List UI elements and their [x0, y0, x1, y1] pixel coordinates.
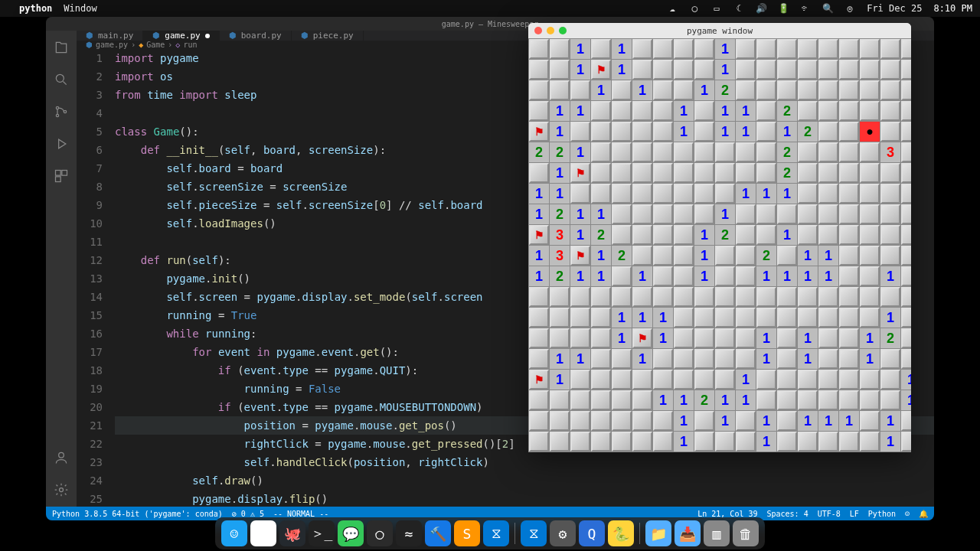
cell[interactable]: [880, 225, 900, 245]
cell[interactable]: [653, 349, 673, 369]
cell[interactable]: [591, 370, 611, 390]
cell[interactable]: [798, 432, 818, 452]
tab-piece-py[interactable]: ⬢piece.py: [292, 31, 364, 41]
cell[interactable]: [818, 39, 838, 59]
cell[interactable]: [570, 411, 590, 431]
cell[interactable]: [798, 163, 818, 183]
cell[interactable]: 1: [591, 246, 611, 266]
cell[interactable]: 1: [736, 370, 756, 390]
cell[interactable]: [674, 184, 694, 204]
cell[interactable]: [550, 390, 570, 410]
cell[interactable]: [612, 287, 632, 307]
cell[interactable]: [798, 390, 818, 410]
cell[interactable]: [818, 390, 838, 410]
cell[interactable]: [860, 163, 880, 183]
cell[interactable]: [901, 308, 911, 328]
cell[interactable]: [839, 122, 859, 142]
cell[interactable]: [612, 411, 632, 431]
status-python[interactable]: Python 3.8.5 64-bit ('pygame': conda): [52, 510, 223, 518]
cell[interactable]: [880, 390, 900, 410]
cell[interactable]: [756, 39, 776, 59]
cell[interactable]: [818, 370, 838, 390]
cell[interactable]: [736, 163, 756, 183]
cell[interactable]: [694, 432, 714, 452]
cell[interactable]: [860, 204, 880, 224]
cell[interactable]: 1: [570, 349, 590, 369]
cell[interactable]: [777, 39, 797, 59]
cell[interactable]: [591, 432, 611, 452]
cell[interactable]: [860, 287, 880, 307]
cell[interactable]: 1: [570, 101, 590, 121]
screen-icon[interactable]: ▭: [711, 3, 722, 14]
cell[interactable]: [550, 308, 570, 328]
cell[interactable]: 1: [591, 80, 611, 100]
cell[interactable]: [839, 225, 859, 245]
dock-xcode[interactable]: 🔨: [425, 520, 451, 546]
cell[interactable]: [839, 349, 859, 369]
cell[interactable]: [736, 225, 756, 245]
cell[interactable]: 1: [715, 204, 735, 224]
cell[interactable]: [756, 60, 776, 80]
cell[interactable]: [529, 225, 549, 245]
cell[interactable]: 1: [529, 184, 549, 204]
cell[interactable]: 2: [529, 142, 549, 162]
cell[interactable]: [694, 163, 714, 183]
minesweeper-board[interactable]: 1111111112111112111112221231211111121113…: [528, 38, 911, 452]
cell[interactable]: 1: [694, 246, 714, 266]
cell[interactable]: 1: [570, 266, 590, 286]
cell[interactable]: [612, 204, 632, 224]
cell[interactable]: [901, 432, 911, 452]
cell[interactable]: 3: [550, 246, 570, 266]
cell[interactable]: [632, 101, 652, 121]
minimize-icon[interactable]: [547, 27, 554, 34]
cell[interactable]: 1: [612, 308, 632, 328]
dock-trash[interactable]: 🗑: [733, 520, 759, 546]
cell[interactable]: [798, 225, 818, 245]
cell[interactable]: [612, 101, 632, 121]
cell[interactable]: [818, 432, 838, 452]
cell[interactable]: [880, 60, 900, 80]
cell[interactable]: [756, 163, 776, 183]
explorer-icon[interactable]: [52, 38, 70, 57]
cell[interactable]: [777, 370, 797, 390]
cell[interactable]: [798, 39, 818, 59]
cell[interactable]: [901, 80, 911, 100]
cell[interactable]: [715, 266, 735, 286]
cell[interactable]: [694, 328, 714, 348]
cell[interactable]: [860, 101, 880, 121]
cell[interactable]: [612, 225, 632, 245]
cell[interactable]: [736, 246, 756, 266]
cell[interactable]: [860, 432, 880, 452]
cell[interactable]: [612, 432, 632, 452]
cell[interactable]: [839, 246, 859, 266]
cell[interactable]: 1: [529, 266, 549, 286]
cell[interactable]: [529, 163, 549, 183]
cell[interactable]: [632, 39, 652, 59]
cell[interactable]: 1: [818, 246, 838, 266]
cell[interactable]: 1: [715, 122, 735, 142]
cell[interactable]: [570, 370, 590, 390]
moon-icon[interactable]: ☾: [733, 3, 744, 14]
cell[interactable]: 2: [715, 225, 735, 245]
app-name[interactable]: python: [19, 3, 52, 14]
cell[interactable]: 1: [591, 204, 611, 224]
status-feedback-icon[interactable]: ☺: [905, 510, 910, 518]
cell[interactable]: [860, 39, 880, 59]
cell[interactable]: 2: [612, 246, 632, 266]
cell[interactable]: [529, 308, 549, 328]
cell[interactable]: [570, 390, 590, 410]
cell[interactable]: [612, 349, 632, 369]
cell[interactable]: [694, 370, 714, 390]
cell[interactable]: [818, 308, 838, 328]
cell[interactable]: [736, 142, 756, 162]
cell[interactable]: [818, 60, 838, 80]
cell[interactable]: [777, 390, 797, 410]
cell[interactable]: [570, 432, 590, 452]
cell[interactable]: [694, 411, 714, 431]
cell[interactable]: 1: [612, 328, 632, 348]
cell[interactable]: [632, 287, 652, 307]
cell[interactable]: [550, 80, 570, 100]
cell[interactable]: 1: [550, 370, 570, 390]
cell[interactable]: 1: [612, 60, 632, 80]
cell[interactable]: [839, 266, 859, 286]
